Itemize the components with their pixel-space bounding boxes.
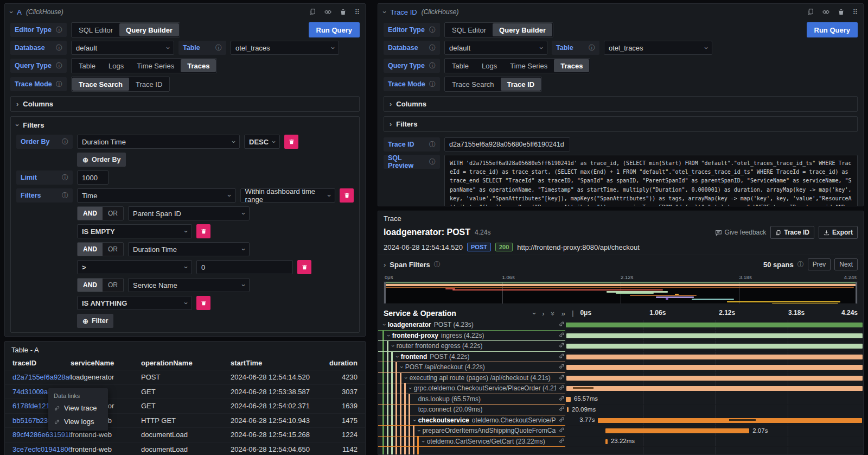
span-link-icon[interactable] [556,331,565,340]
table-select[interactable]: otel_traces› [231,41,339,55]
span-name-cell[interactable]: › [378,447,565,455]
limit-input[interactable] [77,170,108,185]
span-name-cell[interactable]: › checkoutservice oteldemo.CheckoutServi… [378,415,565,426]
query-type-traces[interactable]: Traces [181,59,216,72]
span-bar[interactable] [566,365,863,370]
filter-field-select[interactable]: Time› [77,188,236,203]
column-header-starttime[interactable]: startTime [231,359,322,367]
and-or-toggle[interactable]: ANDOR [77,206,124,220]
span-row[interactable]: › executing api route (pages) /api/check… [378,373,863,384]
query-type-traces[interactable]: Traces [554,59,589,72]
column-header-duration[interactable]: duration [322,359,365,367]
span-name-cell[interactable]: › dns.lookup (65.57ms) [378,394,565,405]
run-query-button[interactable]: Run Query [309,22,360,37]
span-row[interactable]: › frontend POST (4.22s) [378,352,863,363]
span-timeline-cell[interactable] [565,362,863,373]
span-timeline-cell[interactable]: 65.57ms [565,394,863,405]
span-timeline-cell[interactable] [565,331,863,342]
span-timeline-cell[interactable] [565,341,863,352]
remove-order-by-button[interactable] [284,135,298,149]
give-feedback-link[interactable]: Give feedback [715,229,767,236]
trace-id-link[interactable]: d2a7155ef6a928a05... [5,373,71,381]
column-header-traceid[interactable]: traceID [5,359,71,367]
trace-id-link[interactable]: 89cf4286e631591b4... [5,431,71,439]
query-builder-tab[interactable]: Query Builder [493,23,552,36]
condition-operator-select[interactable]: >› [77,260,192,274]
span-row[interactable]: › dns.lookup (65.57ms) 65.57ms [378,394,863,405]
span-bar[interactable] [566,397,571,402]
remove-condition-button[interactable] [297,260,311,274]
drag-handle-icon[interactable]: ⠿ [852,8,858,16]
span-link-icon[interactable] [556,395,565,403]
condition-operator-select[interactable]: IS EMPTY› [77,224,192,238]
table-select[interactable]: otel_traces› [604,41,712,55]
trace-mode-search[interactable]: Trace Search [72,78,129,91]
condition-operator-select[interactable]: IS ANYTHING› [77,296,192,310]
order-by-field-select[interactable]: Duration Time› [77,135,240,149]
chevron-right-icon[interactable]: › [384,261,386,268]
span-bar[interactable] [605,439,608,444]
trace-mode-search[interactable]: Trace Search [445,78,501,91]
span-link-icon[interactable] [556,437,565,446]
span-timeline-cell[interactable]: 2.07s [565,426,863,437]
chevron-down-icon[interactable]: › [386,334,392,337]
span-name-cell[interactable]: › grpc.oteldemo.CheckoutService/PlaceOrd… [378,383,565,394]
chevron-down-icon[interactable]: › [403,377,410,379]
chevron-down-icon[interactable]: › [412,419,418,421]
span-timeline-cell[interactable] [565,373,863,384]
span-name-cell[interactable]: › executing api route (pages) /api/check… [378,373,565,384]
span-name-cell[interactable]: › loadgenerator POST (4.23s) [378,320,565,331]
prev-button[interactable]: Prev [808,258,831,270]
duplicate-icon[interactable] [807,8,814,16]
filters-collapsible[interactable]: › Filters [16,121,354,129]
span-link-icon[interactable] [556,405,565,414]
span-row[interactable]: › frontend-proxy ingress (4.22s) [378,331,863,342]
span-link-icon[interactable] [556,320,565,329]
collapse-one-icon[interactable]: › [531,312,538,314]
query-builder-tab[interactable]: Query Builder [119,23,179,36]
collapse-chevron-icon[interactable]: › [381,11,388,13]
chevron-down-icon[interactable]: › [390,345,397,347]
span-bar[interactable] [566,333,863,338]
duplicate-icon[interactable] [309,8,316,16]
span-name-cell[interactable]: › POST /api/checkout (4.22s) [378,362,565,373]
and-or-toggle[interactable]: ANDOR [77,278,124,292]
collapse-chevron-icon[interactable]: › [8,11,15,13]
span-timeline-cell[interactable]: 20.09ms [565,405,863,415]
chevron-down-icon[interactable]: › [420,440,427,443]
span-row[interactable]: › router frontend egress (4.22s) [378,341,863,352]
span-bar[interactable] [567,407,569,412]
span-bar[interactable] [566,355,863,359]
span-link-icon[interactable] [556,416,565,425]
span-link-icon[interactable] [556,342,565,350]
columns-collapsible[interactable]: › Columns [384,96,858,112]
chevron-down-icon[interactable]: › [416,429,423,432]
query-type-timeseries[interactable]: Time Series [503,59,554,72]
columns-collapsible[interactable]: › Columns [10,96,360,112]
span-link-icon[interactable] [556,363,565,371]
span-name-cell[interactable]: › router frontend egress (4.22s) [378,341,565,352]
filters-collapsible[interactable]: › Filters [384,116,858,132]
minimap-canvas[interactable] [384,281,858,304]
add-order-by-button[interactable]: ⊕Order By [77,153,126,167]
chevron-down-icon[interactable]: › [399,366,405,368]
condition-field-select[interactable]: Parent Span ID› [128,206,250,220]
span-timeline-cell[interactable]: 23.22ms [565,437,863,447]
chevron-down-icon[interactable]: › [394,356,401,358]
span-row[interactable]: › POST /api/checkout (4.22s) [378,362,863,373]
filter-range-select[interactable]: Within dashboard time range› [240,188,336,203]
expand-all-icon[interactable]: » [561,310,565,317]
trash-icon[interactable] [340,8,347,16]
view-trace-menu-item[interactable]: View trace [48,401,108,415]
order-direction-select[interactable]: DESC› [244,135,280,149]
sql-editor-tab[interactable]: SQL Editor [445,23,493,36]
span-link-icon[interactable] [556,374,565,382]
eye-icon[interactable] [324,8,332,16]
query-type-table[interactable]: Table [445,59,475,72]
trace-minimap[interactable]: 0μs 1.06s 2.12s 3.18s 4.24s [384,274,858,304]
span-bar[interactable] [566,323,863,327]
span-timeline-cell[interactable] [565,447,863,455]
span-row[interactable]: › oteldemo.CartService/GetCart (23.22ms)… [378,437,863,447]
span-link-icon[interactable] [556,352,565,361]
span-name-cell[interactable]: › frontend-proxy ingress (4.22s) [378,331,565,342]
